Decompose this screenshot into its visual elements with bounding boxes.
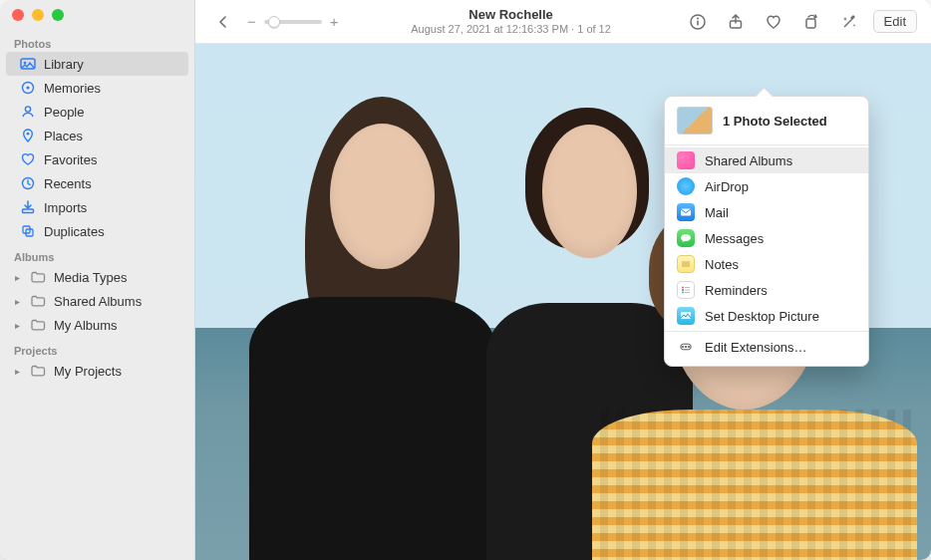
messages-icon bbox=[677, 229, 695, 247]
svg-rect-12 bbox=[697, 20, 699, 25]
sidebar-item-my-albums[interactable]: ▸ My Albums bbox=[6, 313, 188, 337]
sidebar-section-projects: Projects bbox=[0, 337, 194, 359]
svg-point-19 bbox=[682, 287, 684, 289]
sidebar-item-label: Favorites bbox=[44, 152, 180, 167]
zoom-control: − + bbox=[247, 13, 339, 30]
main: − + New Rochelle August 27, 2021 at 12:1… bbox=[195, 0, 931, 560]
svg-point-27 bbox=[685, 346, 687, 348]
share-popover-header: 1 Photo Selected bbox=[665, 97, 868, 142]
share-item-label: Notes bbox=[705, 257, 739, 272]
photo-viewport[interactable]: 1 Photo Selected Shared Albums AirDrop M… bbox=[195, 44, 931, 560]
svg-point-4 bbox=[25, 107, 30, 112]
share-item-label: Shared Albums bbox=[705, 153, 792, 168]
share-item-notes[interactable]: Notes bbox=[665, 251, 868, 277]
sidebar-item-recents[interactable]: Recents bbox=[6, 171, 188, 195]
sidebar-item-people[interactable]: People bbox=[6, 100, 188, 124]
photos-window: Photos Library Memories People Places bbox=[0, 0, 931, 560]
window-traffic-lights bbox=[0, 0, 194, 30]
sidebar-item-label: My Albums bbox=[54, 318, 180, 333]
share-item-label: Mail bbox=[705, 205, 729, 220]
back-button[interactable] bbox=[209, 8, 237, 36]
library-icon bbox=[20, 56, 36, 72]
sidebar-item-favorites[interactable]: Favorites bbox=[6, 147, 188, 171]
svg-point-3 bbox=[26, 86, 29, 89]
chevron-right-icon[interactable]: ▸ bbox=[12, 366, 22, 377]
sidebar-item-label: Library bbox=[44, 57, 180, 72]
svg-rect-7 bbox=[23, 209, 34, 213]
svg-rect-14 bbox=[806, 19, 815, 28]
chevron-right-icon[interactable]: ▸ bbox=[12, 320, 22, 331]
share-popover: 1 Photo Selected Shared Albums AirDrop M… bbox=[664, 96, 869, 367]
share-item-label: AirDrop bbox=[705, 179, 749, 194]
extensions-icon bbox=[677, 338, 695, 356]
sidebar: Photos Library Memories People Places bbox=[0, 0, 195, 560]
folder-icon bbox=[30, 317, 46, 333]
edit-button[interactable]: Edit bbox=[873, 10, 917, 33]
svg-point-28 bbox=[688, 346, 690, 348]
share-item-edit-extensions[interactable]: Edit Extensions… bbox=[665, 334, 868, 360]
zoom-slider[interactable] bbox=[264, 20, 322, 24]
share-item-shared-albums[interactable]: Shared Albums bbox=[665, 147, 868, 173]
places-icon bbox=[20, 128, 36, 143]
sidebar-item-label: Imports bbox=[44, 200, 180, 215]
sidebar-item-shared-albums[interactable]: ▸ Shared Albums bbox=[6, 289, 188, 313]
people-icon bbox=[20, 104, 36, 120]
photo-subtitle: August 27, 2021 at 12:16:33 PM · 1 of 12 bbox=[349, 23, 674, 36]
zoom-in-button[interactable]: + bbox=[330, 13, 339, 30]
info-button[interactable] bbox=[684, 8, 712, 36]
sidebar-item-places[interactable]: Places bbox=[6, 124, 188, 147]
folder-icon bbox=[30, 269, 46, 285]
sidebar-item-my-projects[interactable]: ▸ My Projects bbox=[6, 359, 188, 383]
share-item-label: Set Desktop Picture bbox=[705, 309, 819, 324]
airdrop-icon bbox=[677, 177, 695, 195]
minimize-window-button[interactable] bbox=[32, 9, 44, 21]
sidebar-item-duplicates[interactable]: Duplicates bbox=[6, 219, 188, 243]
chevron-right-icon[interactable]: ▸ bbox=[12, 296, 22, 307]
sidebar-section-albums: Albums bbox=[0, 243, 194, 265]
sidebar-item-library[interactable]: Library bbox=[6, 52, 188, 76]
folder-icon bbox=[30, 363, 46, 379]
share-item-airdrop[interactable]: AirDrop bbox=[665, 173, 868, 199]
sidebar-item-label: My Projects bbox=[54, 364, 180, 379]
zoom-out-button[interactable]: − bbox=[247, 13, 256, 30]
sidebar-item-label: Memories bbox=[44, 81, 180, 96]
share-item-label: Edit Extensions… bbox=[705, 340, 807, 355]
notes-icon bbox=[677, 255, 695, 273]
sidebar-item-label: Shared Albums bbox=[54, 294, 180, 309]
imports-icon bbox=[20, 199, 36, 215]
share-thumbnail bbox=[677, 107, 713, 135]
sidebar-item-memories[interactable]: Memories bbox=[6, 76, 188, 100]
toolbar: − + New Rochelle August 27, 2021 at 12:1… bbox=[195, 0, 931, 44]
svg-point-20 bbox=[682, 289, 684, 291]
close-window-button[interactable] bbox=[12, 9, 24, 21]
share-item-mail[interactable]: Mail bbox=[665, 199, 868, 225]
sidebar-item-label: Places bbox=[44, 129, 180, 143]
reminders-icon bbox=[677, 281, 695, 299]
favorites-icon bbox=[20, 151, 36, 167]
svg-point-21 bbox=[682, 292, 684, 294]
photo-title: New Rochelle bbox=[349, 8, 674, 23]
shared-albums-icon bbox=[677, 151, 695, 169]
folder-icon bbox=[30, 293, 46, 309]
desktop-picture-icon bbox=[677, 307, 695, 325]
favorite-button[interactable] bbox=[760, 8, 787, 36]
duplicates-icon bbox=[20, 223, 36, 239]
share-item-reminders[interactable]: Reminders bbox=[665, 277, 868, 303]
auto-enhance-button[interactable] bbox=[835, 8, 863, 36]
svg-point-26 bbox=[682, 346, 684, 348]
share-item-set-desktop[interactable]: Set Desktop Picture bbox=[665, 303, 868, 329]
sidebar-item-imports[interactable]: Imports bbox=[6, 195, 188, 219]
sidebar-item-media-types[interactable]: ▸ Media Types bbox=[6, 265, 188, 289]
zoom-window-button[interactable] bbox=[52, 9, 64, 21]
zoom-slider-knob[interactable] bbox=[268, 16, 280, 28]
sidebar-item-label: Recents bbox=[44, 176, 180, 191]
svg-point-1 bbox=[24, 62, 27, 65]
share-item-label: Reminders bbox=[705, 283, 768, 298]
svg-point-5 bbox=[27, 133, 30, 136]
sidebar-item-label: People bbox=[44, 105, 180, 120]
separator bbox=[665, 331, 868, 332]
share-item-messages[interactable]: Messages bbox=[665, 225, 868, 251]
chevron-right-icon[interactable]: ▸ bbox=[12, 272, 22, 283]
rotate-button[interactable] bbox=[797, 8, 825, 36]
share-button[interactable] bbox=[722, 8, 750, 36]
